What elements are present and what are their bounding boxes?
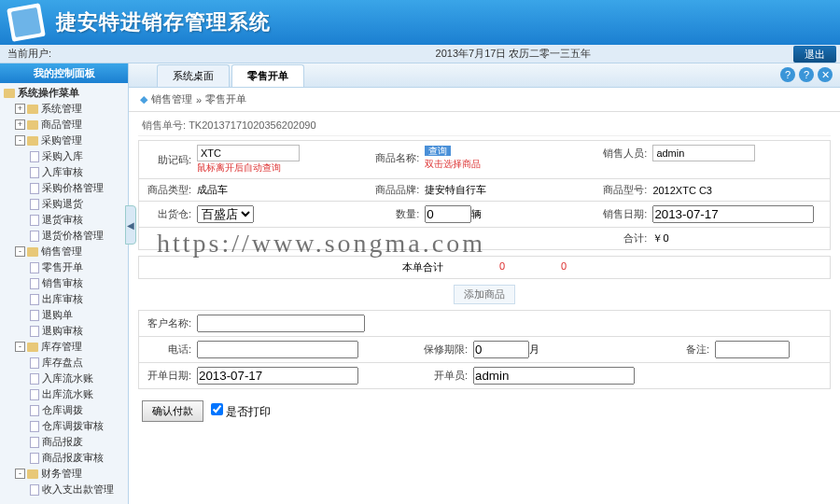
- breadcrumb: ◆ 销售管理 » 零售开单: [129, 88, 840, 112]
- doc-icon: [30, 215, 39, 226]
- collapse-icon[interactable]: -: [15, 135, 25, 146]
- tree-root[interactable]: 系统操作菜单: [2, 85, 126, 101]
- status-bar: 当前用户: 2013年7月17日 农历二零一三五年 退出: [0, 45, 840, 63]
- tree-item[interactable]: 仓库调拨审核: [2, 418, 126, 434]
- content-area: 系统桌面 零售开单 ? ? ✕ ◆ 销售管理 » 零售开单 销售单号: TK20…: [129, 63, 840, 504]
- doc-icon: [30, 262, 39, 273]
- doc-icon: [30, 151, 39, 162]
- order-number-row: 销售单号: TK20137171020356202090: [138, 116, 831, 136]
- info-icon[interactable]: ?: [799, 67, 814, 82]
- tree-item[interactable]: 退货审核: [2, 212, 126, 228]
- warehouse-label: 出货仓:: [145, 207, 197, 221]
- tree-item[interactable]: 库存盘点: [2, 355, 126, 371]
- collapse-icon[interactable]: -: [15, 342, 25, 352]
- folder-icon: [27, 343, 38, 352]
- open-date-label: 开单日期:: [145, 369, 197, 383]
- tree-item[interactable]: 出库流水账: [2, 386, 126, 402]
- subtotal-row: 本单合计 0 0: [138, 256, 831, 279]
- help-icon[interactable]: ?: [780, 67, 795, 82]
- sidebar-collapse-button[interactable]: ◀: [125, 205, 136, 245]
- tree-item[interactable]: 入库审核: [2, 164, 126, 180]
- folder-icon: [27, 136, 38, 146]
- product-hint: 双击选择商品: [425, 159, 481, 169]
- product-type-label: 商品类型:: [145, 183, 197, 197]
- action-row: 确认付款 是否打印: [138, 395, 831, 427]
- app-title: 捷安特进销存管理系统: [56, 8, 271, 36]
- tree-item[interactable]: 零售开单: [2, 259, 126, 275]
- doc-icon: [30, 484, 39, 496]
- print-checkbox[interactable]: [211, 403, 223, 415]
- tab-desktop[interactable]: 系统桌面: [157, 64, 230, 87]
- tree-item[interactable]: 退购审核: [2, 323, 126, 339]
- tree-group-product[interactable]: +商品管理: [2, 117, 126, 133]
- doc-icon: [30, 389, 39, 400]
- quantity-label: 数量:: [372, 207, 425, 221]
- open-date-input[interactable]: [197, 367, 358, 385]
- doc-icon: [30, 199, 39, 210]
- expand-icon[interactable]: +: [15, 119, 25, 130]
- doc-icon: [30, 278, 39, 289]
- mnemonic-label: 助记码:: [145, 153, 197, 167]
- folder-icon: [27, 469, 38, 479]
- exit-button[interactable]: 退出: [793, 46, 836, 63]
- quantity-input[interactable]: [425, 205, 471, 223]
- remark-input[interactable]: [715, 341, 790, 358]
- breadcrumb-parent[interactable]: 销售管理: [151, 92, 192, 106]
- expand-icon[interactable]: +: [15, 104, 25, 114]
- tree-item[interactable]: 入库流水账: [2, 371, 126, 386]
- salesperson-input[interactable]: [652, 145, 755, 161]
- model-label: 商品型号:: [600, 183, 652, 197]
- collapse-icon[interactable]: -: [15, 469, 25, 479]
- form-area: 销售单号: TK20137171020356202090 助记码: 鼠标离开后自…: [129, 112, 840, 504]
- tree-item[interactable]: 商品报废审核: [2, 450, 126, 466]
- product-search-button[interactable]: 查询: [425, 146, 451, 156]
- mnemonic-input[interactable]: [197, 145, 300, 161]
- tree-item[interactable]: 销售审核: [2, 275, 126, 291]
- folder-icon: [27, 105, 38, 114]
- phone-label: 电话:: [145, 343, 197, 357]
- tree-group-purchase[interactable]: -采购管理: [2, 133, 126, 148]
- doc-icon: [30, 405, 39, 416]
- warranty-label: 保修期限:: [421, 343, 473, 357]
- folder-icon: [27, 120, 38, 130]
- add-product-button[interactable]: 添加商品: [454, 285, 515, 304]
- tree-group-finance[interactable]: -财务管理: [2, 466, 126, 482]
- customer-name-input[interactable]: [197, 315, 365, 332]
- doc-icon: [30, 453, 39, 464]
- tree-item[interactable]: 退货价格管理: [2, 228, 126, 244]
- subtotal-qty: 0: [499, 260, 505, 274]
- total-value: ￥0: [652, 231, 668, 245]
- remark-label: 备注:: [663, 343, 715, 357]
- total-label: 合计:: [600, 231, 652, 245]
- sale-date-input[interactable]: [652, 205, 814, 223]
- tree-group-system[interactable]: +系统管理: [2, 101, 126, 117]
- tab-retail-order[interactable]: 零售开单: [231, 64, 304, 87]
- operator-input[interactable]: [473, 367, 635, 385]
- tree-item[interactable]: 仓库调拨: [2, 402, 126, 418]
- product-type-value: 成品车: [197, 183, 228, 197]
- tree-group-sales[interactable]: -销售管理: [2, 244, 126, 259]
- print-checkbox-label[interactable]: 是否打印: [211, 403, 271, 420]
- sale-date-label: 销售日期:: [600, 207, 652, 221]
- tree-item[interactable]: 收入支出款管理: [2, 482, 126, 497]
- tree-item[interactable]: 退购单: [2, 307, 126, 323]
- salesperson-label: 销售人员:: [600, 147, 652, 161]
- close-tab-icon[interactable]: ✕: [818, 67, 833, 82]
- tree-item[interactable]: 商品报废: [2, 434, 126, 450]
- warranty-input[interactable]: [473, 341, 529, 358]
- current-date: 2013年7月17日 农历二零一三五年: [233, 47, 793, 61]
- confirm-payment-button[interactable]: 确认付款: [142, 400, 203, 422]
- warehouse-select[interactable]: 百盛店: [197, 205, 254, 223]
- tree-item[interactable]: 采购退货: [2, 196, 126, 212]
- tree-group-stock[interactable]: -库存管理: [2, 339, 126, 355]
- doc-icon: [30, 183, 39, 194]
- doc-icon: [30, 167, 39, 178]
- warranty-unit: 月: [529, 343, 539, 357]
- tree-item[interactable]: 出库审核: [2, 291, 126, 307]
- breadcrumb-sep: »: [196, 94, 202, 105]
- tree-item[interactable]: 采购价格管理: [2, 180, 126, 196]
- tree-item[interactable]: 采购入库: [2, 148, 126, 164]
- collapse-icon[interactable]: -: [15, 246, 25, 257]
- nav-tree: 系统操作菜单 +系统管理 +商品管理 -采购管理 采购入库 入库审核 采购价格管…: [0, 83, 128, 499]
- phone-input[interactable]: [197, 341, 358, 358]
